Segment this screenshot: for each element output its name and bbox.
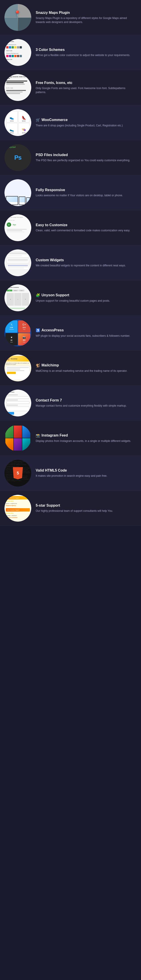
feature-item-contact: contact form Contact Form 7 Manage conta… (0, 386, 141, 421)
feature-image-contact: contact form (5, 390, 31, 417)
feature-content-html5: Valid HTML5 Code It makes site promotion… (36, 468, 136, 478)
feature-image-customize: Your logo image that applie Select your … (5, 214, 31, 241)
feature-content-snazzy: Snazzy Maps Plugin Snazzy Maps Plugin is… (36, 11, 136, 24)
feature-desc-customize: Clean, valid, well commented & formatted… (36, 228, 136, 232)
feature-image-html5: <!DOCTYPE html><html><head><meta charset… (5, 460, 31, 487)
feature-title-text-fonts: Free Fonts, Icons, etc (36, 81, 72, 85)
feature-image-snazzy: 📍 (5, 4, 31, 31)
feature-desc-color: We've got a flexible color customizer to… (36, 53, 136, 57)
feature-title-instagram: 📸 Instagram Feed (36, 433, 136, 438)
features-list: 📍 Snazzy Maps Plugin Snazzy Maps Plugin … (0, 0, 141, 526)
feature-item-color: Select Color Site Background (0, 35, 141, 70)
feature-content-color: 3 Color Schemes We've got a flexible col… (36, 48, 136, 57)
feature-title-text-color: 3 Color Schemes (36, 48, 65, 52)
feature-item-widgets: Custom Widgets We created beautiful widg… (0, 245, 141, 280)
feature-title-text-support: 5-star Support (36, 504, 60, 508)
feature-item-access: 𝕏 3.2K Followers G+ 1311 Fans ♥ 4K Likes (0, 315, 141, 350)
feature-title-text-contact: Contact Form 7 (36, 398, 62, 402)
feature-item-psd: Recycled Ps PSD Files included The PSD f… (0, 140, 141, 175)
feature-title-text-woo: WooCommerce (41, 118, 68, 122)
feature-title-text-responsive: Fully Responsive (36, 188, 65, 192)
feature-desc-snazzy: Snazzy Maps Plugin is a repository of di… (36, 16, 136, 24)
feature-image-woo: 👟 $49.99 👠 $59.99 🥿 $39.99 👒 $29.99 (5, 109, 31, 136)
feature-item-instagram: 📸 Instagram Feed Display photos from Ins… (0, 421, 141, 456)
feature-content-psd: PSD Files included The PSD files are per… (36, 153, 136, 162)
feature-image-psd: Recycled Ps (5, 144, 31, 171)
feature-content-mail: 🐒 Mailchimp MailChimp is an email market… (36, 363, 136, 373)
feature-content-unyson: 🧩 Unyson Support Unyson support for crea… (36, 293, 136, 303)
feature-item-support: ★ for Customer Support ★★★★★ Agency - pr… (0, 491, 141, 526)
feature-item-mail: 🐒 Newsletter Subscribe to our latest sal… (0, 350, 141, 386)
feature-title-text-customize: Easy to Customize (36, 223, 67, 227)
feature-content-instagram: 📸 Instagram Feed Display photos from Ins… (36, 433, 136, 443)
icon-access: ♿ (36, 328, 40, 332)
feature-item-customize: Your logo image that applie Select your … (0, 210, 141, 245)
feature-content-support: 5-star Support Our highly professional t… (36, 504, 136, 513)
feature-item-woo: 👟 $49.99 👠 $59.99 🥿 $39.99 👒 $29.99 (0, 105, 141, 140)
feature-desc-mail: MailChimp is an email marketing service … (36, 369, 136, 373)
feature-title-text-html5: Valid HTML5 Code (36, 468, 67, 473)
feature-desc-support: Our highly professional team of support … (36, 509, 136, 513)
feature-title-text-mail: Mailchimp (41, 363, 59, 367)
feature-item-snazzy: 📍 Snazzy Maps Plugin Snazzy Maps Plugin … (0, 0, 141, 35)
feature-title-mail: 🐒 Mailchimp (36, 363, 136, 368)
feature-content-access: ♿ AccessPress WP plugin to display your … (36, 328, 136, 338)
feature-title-text-access: AccessPress (41, 328, 64, 332)
feature-desc-widgets: We created beautiful widgets to represen… (36, 264, 136, 267)
feature-desc-woo: There are 6 shop pages (including Single… (36, 124, 136, 127)
feature-title-text-widgets: Custom Widgets (36, 258, 64, 262)
feature-content-customize: Easy to Customize Clean, valid, well com… (36, 223, 136, 232)
feature-title-color: 3 Color Schemes (36, 48, 136, 52)
feature-content-fonts: Free Fonts, Icons, etc Only Google Fonts… (36, 81, 136, 94)
feature-desc-instagram: Display photos from Instagram accounts, … (36, 439, 136, 443)
feature-desc-contact: Manage contact forms and customize every… (36, 404, 136, 408)
icon-instagram: 📸 (36, 433, 40, 438)
feature-title-snazzy: Snazzy Maps Plugin (36, 11, 136, 15)
feature-title-contact: Contact Form 7 (36, 398, 136, 402)
feature-image-widgets (5, 250, 31, 276)
feature-item-fonts: Grumpy wizards make toxic brew for Dr. J… (0, 70, 141, 105)
icon-unyson: 🧩 (36, 293, 40, 298)
feature-title-customize: Easy to Customize (36, 223, 136, 227)
feature-image-instagram (5, 425, 31, 452)
feature-content-woo: 🛒 WooCommerce There are 6 shop pages (in… (36, 118, 136, 127)
feature-title-text-psd: PSD Files included (36, 153, 68, 157)
feature-desc-unyson: Unyson support for creating beautiful cu… (36, 299, 136, 303)
feature-title-text-unyson: Unyson Support (41, 293, 69, 297)
feature-image-fonts: Grumpy wizards make toxic brew for Dr. J… (5, 74, 31, 101)
feature-title-text-instagram: Instagram Feed (41, 433, 68, 438)
feature-desc-responsive: Looks awesome no matter if Your visitors… (36, 193, 136, 197)
feature-item-responsive: Fully Responsive Looks awesome no matter… (0, 175, 141, 210)
feature-content-responsive: Fully Responsive Looks awesome no matter… (36, 188, 136, 197)
feature-title-access: ♿ AccessPress (36, 328, 136, 332)
feature-image-responsive (5, 179, 31, 206)
icon-woo: 🛒 (36, 118, 40, 122)
feature-title-support: 5-star Support (36, 504, 136, 508)
feature-image-support: ★ for Customer Support ★★★★★ Agency - pr… (5, 495, 31, 522)
feature-content-widgets: Custom Widgets We created beautiful widg… (36, 258, 136, 267)
feature-title-widgets: Custom Widgets (36, 258, 136, 262)
feature-title-html5: Valid HTML5 Code (36, 468, 136, 473)
feature-image-unyson: Elements Contents Grid Button Clear ⊞ ▭ … (5, 285, 31, 311)
feature-title-responsive: Fully Responsive (36, 188, 136, 192)
feature-title-unyson: 🧩 Unyson Support (36, 293, 136, 298)
feature-title-woo: 🛒 WooCommerce (36, 118, 136, 122)
feature-item-unyson: Elements Contents Grid Button Clear ⊞ ▭ … (0, 280, 141, 315)
feature-desc-fonts: Only Google Fonts are being used. Font A… (36, 86, 136, 94)
feature-title-text: Snazzy Maps Plugin (36, 11, 70, 15)
feature-content-contact: Contact Form 7 Manage contact forms and … (36, 398, 136, 408)
feature-title-fonts: Free Fonts, Icons, etc (36, 81, 136, 85)
feature-image-color: Select Color Site Background (5, 39, 31, 66)
feature-item-html5: <!DOCTYPE html><html><head><meta charset… (0, 456, 141, 491)
feature-desc-access: WP plugin to display your social account… (36, 334, 136, 338)
feature-desc-psd: The PSD files are perfectly organized so… (36, 158, 136, 162)
icon-mail: 🐒 (36, 363, 40, 368)
feature-desc-html5: It makes site promotion in search engine… (36, 474, 136, 478)
feature-image-access: 𝕏 3.2K Followers G+ 1311 Fans ♥ 4K Likes (5, 320, 31, 346)
feature-title-psd: PSD Files included (36, 153, 136, 157)
feature-image-mail: 🐒 Newsletter Subscribe to our latest sal… (5, 355, 31, 381)
